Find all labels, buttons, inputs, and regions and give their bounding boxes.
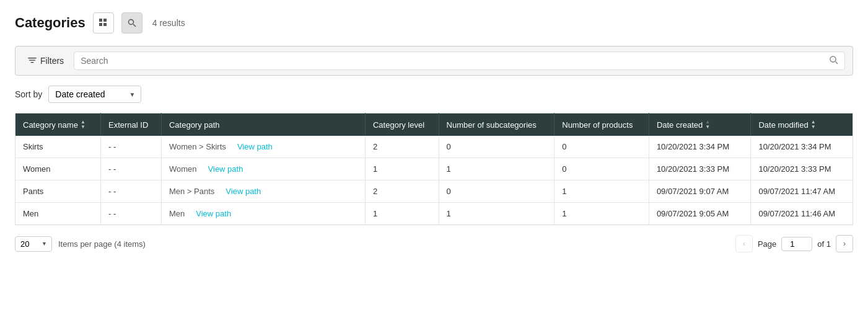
next-page-button[interactable]: › bbox=[836, 235, 853, 252]
view-path-link[interactable]: View path bbox=[226, 187, 261, 196]
pagination-bar: 2050100 Items per page (4 items) ‹ Page … bbox=[15, 235, 853, 252]
cell-category-name: Pants bbox=[15, 180, 101, 203]
toolbar: Filters bbox=[15, 46, 853, 76]
grid-view-button[interactable] bbox=[93, 12, 114, 33]
page-title: Categories bbox=[15, 15, 85, 31]
items-per-page-label: Items per page (4 items) bbox=[58, 239, 146, 249]
table-header: Category name ▲▼ External ID Category pa… bbox=[15, 113, 853, 136]
categories-table: Category name ▲▼ External ID Category pa… bbox=[15, 113, 853, 225]
filters-label: Filters bbox=[40, 56, 64, 66]
page-input[interactable] bbox=[781, 237, 812, 251]
cell-num-products: 1 bbox=[555, 180, 649, 203]
col-date-modified[interactable]: Date modified ▲▼ bbox=[751, 113, 853, 136]
view-path-link[interactable]: View path bbox=[237, 142, 273, 151]
grid-icon bbox=[99, 19, 108, 27]
cell-external-id: - - bbox=[100, 180, 161, 203]
cell-category-level: 2 bbox=[365, 180, 439, 203]
cell-external-id: - - bbox=[100, 203, 161, 225]
page-label: Page bbox=[758, 239, 776, 249]
cell-date-created: 09/07/2021 9:07 AM bbox=[649, 180, 751, 203]
table-row: Men- -Men View path11109/07/2021 9:05 AM… bbox=[15, 203, 853, 225]
cell-num-products: 0 bbox=[555, 136, 649, 158]
sort-label: Sort by bbox=[15, 89, 42, 99]
sort-bar: Sort by Date createdCategory nameDate mo… bbox=[15, 86, 853, 103]
sort-select[interactable]: Date createdCategory nameDate modified bbox=[48, 86, 141, 103]
cell-date-modified: 10/20/2021 3:33 PM bbox=[751, 158, 853, 180]
col-num-products: Number of products bbox=[555, 113, 649, 136]
cell-date-modified: 09/07/2021 11:46 AM bbox=[751, 203, 853, 225]
svg-point-4 bbox=[128, 20, 133, 25]
svg-rect-2 bbox=[99, 23, 102, 26]
col-category-path: Category path bbox=[161, 113, 365, 136]
cell-external-id: - - bbox=[100, 158, 161, 180]
filter-icon bbox=[28, 56, 37, 65]
col-category-level: Category level bbox=[365, 113, 439, 136]
per-page-wrapper: 2050100 Items per page (4 items) bbox=[15, 236, 146, 252]
cell-category-name: Skirts bbox=[15, 136, 101, 158]
cell-date-created: 10/20/2021 3:34 PM bbox=[649, 136, 751, 158]
search-input[interactable] bbox=[74, 51, 845, 70]
cell-date-created: 10/20/2021 3:33 PM bbox=[649, 158, 751, 180]
cell-date-modified: 10/20/2021 3:34 PM bbox=[751, 136, 853, 158]
prev-page-button[interactable]: ‹ bbox=[735, 235, 753, 252]
cell-num-products: 0 bbox=[555, 158, 649, 180]
search-icon bbox=[128, 19, 136, 27]
search-container bbox=[74, 51, 845, 70]
page-header: Categories 4 results bbox=[15, 12, 853, 33]
cell-category-level: 1 bbox=[365, 158, 439, 180]
svg-rect-3 bbox=[103, 23, 107, 26]
cell-category-level: 2 bbox=[365, 136, 439, 158]
cell-num-subcategories: 0 bbox=[439, 136, 555, 158]
cell-num-subcategories: 1 bbox=[439, 203, 555, 225]
col-date-created[interactable]: Date created ▲ ▼ bbox=[649, 113, 751, 136]
sort-select-wrapper: Date createdCategory nameDate modified bbox=[48, 86, 141, 103]
col-category-name[interactable]: Category name ▲▼ bbox=[15, 113, 101, 136]
table-header-row: Category name ▲▼ External ID Category pa… bbox=[15, 113, 853, 136]
cell-category-path: Men View path bbox=[161, 203, 365, 225]
per-page-select[interactable]: 2050100 bbox=[15, 236, 52, 252]
view-path-link[interactable]: View path bbox=[196, 209, 231, 218]
col-external-id: External ID bbox=[100, 113, 161, 136]
cell-num-products: 1 bbox=[555, 203, 649, 225]
cell-category-path: Women View path bbox=[161, 158, 365, 180]
table-body: Skirts- -Women > Skirts View path20010/2… bbox=[15, 136, 853, 225]
cell-external-id: - - bbox=[100, 136, 161, 158]
svg-rect-0 bbox=[99, 19, 102, 22]
cell-num-subcategories: 0 bbox=[439, 180, 555, 203]
col-num-subcategories: Number of subcategories bbox=[439, 113, 555, 136]
table-row: Pants- -Men > Pants View path20109/07/20… bbox=[15, 180, 853, 203]
table-row: Skirts- -Women > Skirts View path20010/2… bbox=[15, 136, 853, 158]
svg-rect-1 bbox=[103, 19, 107, 22]
filters-button[interactable]: Filters bbox=[23, 53, 69, 68]
svg-line-5 bbox=[133, 24, 136, 27]
of-pages: of 1 bbox=[817, 239, 831, 249]
cell-category-path: Men > Pants View path bbox=[161, 180, 365, 203]
cell-category-level: 1 bbox=[365, 203, 439, 225]
cell-date-modified: 09/07/2021 11:47 AM bbox=[751, 180, 853, 203]
search-toggle-button[interactable] bbox=[121, 12, 142, 33]
cell-num-subcategories: 1 bbox=[439, 158, 555, 180]
view-path-link[interactable]: View path bbox=[208, 164, 243, 174]
cell-category-name: Women bbox=[15, 158, 101, 180]
cell-category-path: Women > Skirts View path bbox=[161, 136, 365, 158]
pagination-controls: ‹ Page of 1 › bbox=[735, 235, 853, 252]
results-count: 4 results bbox=[152, 18, 185, 28]
cell-category-name: Men bbox=[15, 203, 101, 225]
per-page-select-wrapper: 2050100 bbox=[15, 236, 52, 252]
cell-date-created: 09/07/2021 9:05 AM bbox=[649, 203, 751, 225]
table-row: Women- -Women View path11010/20/2021 3:3… bbox=[15, 158, 853, 180]
